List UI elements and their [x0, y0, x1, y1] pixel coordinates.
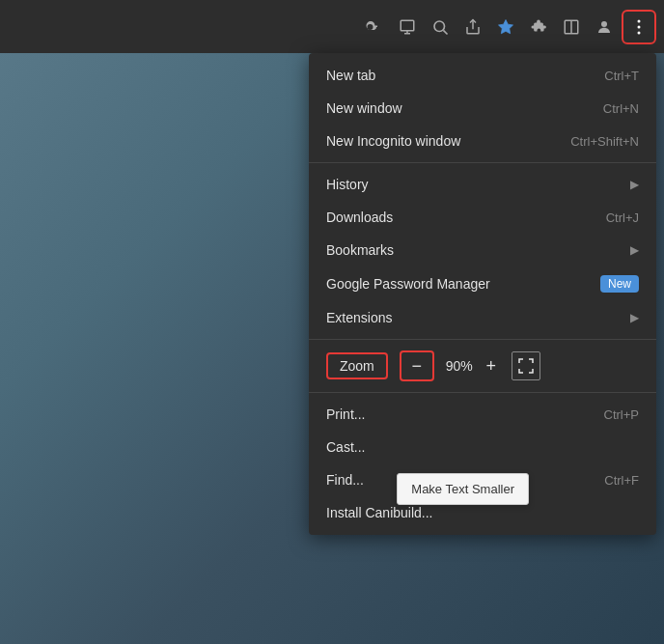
svg-point-8 [638, 19, 641, 22]
menu-item-new-window[interactable]: New window Ctrl+N [309, 92, 656, 125]
svg-marker-4 [499, 19, 513, 33]
menu-item-extensions[interactable]: Extensions ▶ [309, 301, 656, 334]
zoom-increase-button[interactable]: + [477, 351, 506, 380]
browser-toolbar [0, 0, 664, 53]
zoom-control-row: Zoom − 90% + [309, 345, 656, 387]
zoom-label[interactable]: Zoom [326, 352, 388, 379]
zoom-decrease-button[interactable]: − [400, 350, 434, 381]
menu-divider-3 [309, 392, 656, 393]
menu-item-print[interactable]: Print... Ctrl+P [309, 398, 656, 431]
extensions-puzzle-icon[interactable] [523, 12, 554, 42]
menu-item-history[interactable]: History ▶ [309, 168, 656, 201]
menu-item-bookmarks[interactable]: Bookmarks ▶ [309, 234, 656, 266]
menu-item-new-tab[interactable]: New tab Ctrl+T [309, 59, 656, 92]
menu-item-password-manager[interactable]: Google Password Manager New [309, 266, 656, 301]
svg-line-2 [443, 30, 447, 34]
make-text-smaller-tooltip: Make Text Smaller [397, 473, 529, 505]
menu-item-new-incognito[interactable]: New Incognito window Ctrl+Shift+N [309, 125, 656, 157]
svg-point-10 [638, 31, 641, 34]
browser-menu-dropdown: New tab Ctrl+T New window Ctrl+N New Inc… [309, 53, 656, 535]
menu-item-downloads[interactable]: Downloads Ctrl+J [309, 201, 656, 234]
account-icon[interactable] [589, 12, 620, 42]
svg-point-7 [601, 21, 607, 27]
bookmark-star-icon[interactable] [490, 12, 521, 42]
svg-rect-0 [401, 20, 414, 31]
key-icon[interactable] [359, 12, 390, 42]
svg-point-9 [638, 25, 641, 28]
zoom-fullscreen-button[interactable] [512, 351, 540, 380]
browser-menu-button[interactable] [622, 10, 656, 44]
share-icon[interactable] [457, 12, 488, 42]
split-view-icon[interactable] [556, 12, 587, 42]
menu-divider-1 [309, 162, 656, 163]
menu-divider-2 [309, 339, 656, 340]
menu-item-cast[interactable]: Cast... [309, 431, 656, 463]
screenshot-icon[interactable] [392, 12, 423, 42]
svg-point-1 [434, 21, 445, 32]
zoom-percent-value: 90% [442, 358, 477, 374]
zoom-search-icon[interactable] [425, 12, 456, 42]
